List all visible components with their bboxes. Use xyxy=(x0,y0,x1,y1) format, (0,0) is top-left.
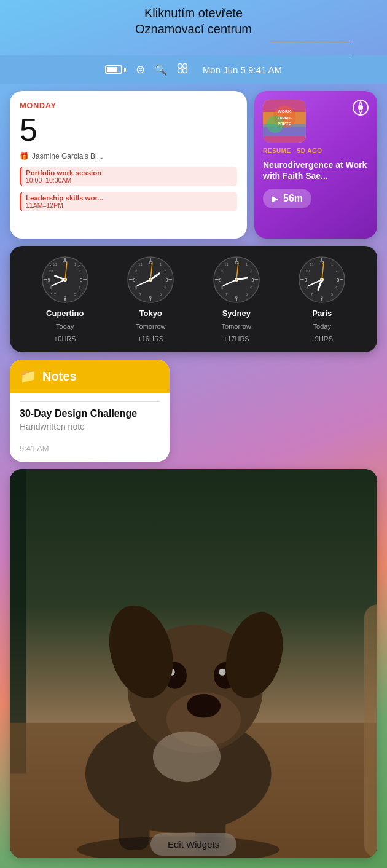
svg-text:5: 5 xyxy=(74,293,76,296)
clock-offset-tokyo: +16HRS xyxy=(138,335,163,342)
svg-text:8: 8 xyxy=(50,286,52,290)
svg-text:11: 11 xyxy=(310,262,314,266)
notes-note-title: 30-Day Design Challenge xyxy=(20,408,160,419)
clock-when-tokyo: Tomorrow xyxy=(136,323,165,330)
clock-face-paris: 12 3 6 9 1 2 4 5 7 8 10 11 xyxy=(298,256,346,304)
cal-event-1-title: Portfolio work session xyxy=(26,169,233,176)
svg-text:11: 11 xyxy=(53,262,57,266)
battery-body xyxy=(105,65,122,74)
calendar-widget[interactable]: MONDAY 5 🎁 Jasmine Garcia's Bi... Portfo… xyxy=(10,91,247,239)
svg-text:APPRO-: APPRO- xyxy=(277,116,291,120)
edit-widgets-button[interactable]: Edit Widgets xyxy=(150,833,237,856)
svg-text:6: 6 xyxy=(235,295,238,299)
clock-when-sydney: Tomorrow xyxy=(222,323,251,330)
battery-tip xyxy=(124,68,126,72)
svg-point-3 xyxy=(182,69,187,73)
clock-when-cupertino: Today xyxy=(56,323,74,330)
search-icon[interactable]: 🔍 xyxy=(155,64,167,76)
cal-date: 5 xyxy=(20,114,237,146)
clock-offset-cupertino: +0HRS xyxy=(54,335,76,342)
tooltip-text: Kliknutím otevřeteOznamovací centrum xyxy=(135,5,252,37)
svg-text:1: 1 xyxy=(331,262,333,266)
svg-text:9: 9 xyxy=(305,278,307,282)
svg-point-39 xyxy=(64,279,66,281)
wifi-icon: ⊜ xyxy=(136,63,145,76)
notes-widget[interactable]: 📁 Notes 30-Day Design Challenge Handwrit… xyxy=(10,360,170,462)
svg-text:7: 7 xyxy=(311,293,313,296)
cal-event-1-time: 10:00–10:30AM xyxy=(26,176,233,184)
clock-widget[interactable]: 12 3 6 9 1 2 4 5 7 8 10 11 xyxy=(10,246,377,352)
svg-text:9: 9 xyxy=(48,278,50,282)
podcast-artwork: WORK APPRO- PRIATE xyxy=(263,100,306,143)
cal-event-2-time: 11AM–12PM xyxy=(26,202,233,209)
podcast-play-button[interactable]: ▶ 56m xyxy=(263,189,311,208)
svg-text:10: 10 xyxy=(220,269,224,273)
play-duration: 56m xyxy=(283,193,303,204)
clock-city-paris: Paris xyxy=(312,309,332,318)
tooltip-line xyxy=(270,42,350,42)
notes-content: 30-Day Design Challenge Handwritten note… xyxy=(10,393,170,462)
svg-text:1: 1 xyxy=(160,262,162,266)
cal-event-2-title: Leadership skills wor... xyxy=(26,194,233,202)
content-area: MONDAY 5 🎁 Jasmine Garcia's Bi... Portfo… xyxy=(0,84,387,868)
control-center-icon[interactable] xyxy=(177,63,188,76)
battery-fill xyxy=(107,67,118,72)
svg-point-120 xyxy=(219,669,225,676)
clock-face-cupertino: 12 3 6 9 1 2 4 5 7 8 10 11 xyxy=(41,256,89,304)
svg-point-61 xyxy=(150,279,152,281)
svg-text:8: 8 xyxy=(221,286,223,290)
photo-widget xyxy=(10,469,377,858)
svg-rect-110 xyxy=(364,604,377,858)
svg-point-105 xyxy=(321,279,323,281)
menubar-icons: ⊜ 🔍 Mon Jun 5 9:41 AM xyxy=(105,63,282,76)
svg-text:2: 2 xyxy=(164,269,166,273)
svg-point-116 xyxy=(187,694,221,718)
svg-text:8: 8 xyxy=(307,286,308,290)
notes-subtitle: Handwritten note xyxy=(20,422,160,432)
svg-text:10: 10 xyxy=(135,269,139,273)
cal-birthday: 🎁 Jasmine Garcia's Bi... xyxy=(20,152,237,160)
play-icon: ▶ xyxy=(272,194,278,203)
notes-header: 📁 Notes xyxy=(10,360,170,393)
svg-text:5: 5 xyxy=(331,293,333,296)
svg-text:PRIATE: PRIATE xyxy=(278,122,291,125)
svg-text:7: 7 xyxy=(54,293,56,296)
svg-text:5: 5 xyxy=(160,293,162,296)
svg-text:8: 8 xyxy=(135,286,137,290)
svg-text:2: 2 xyxy=(335,269,337,273)
svg-text:3: 3 xyxy=(251,278,254,282)
svg-text:WORK: WORK xyxy=(278,109,291,114)
clock-city-tokyo: Tokyo xyxy=(139,309,162,318)
notes-title: Notes xyxy=(42,369,77,384)
svg-text:7: 7 xyxy=(225,293,227,296)
podcast-resume: RESUME · 5D AGO xyxy=(263,148,369,154)
clock-when-paris: Today xyxy=(313,323,331,330)
svg-text:11: 11 xyxy=(138,262,143,266)
podcast-widget[interactable]: WORK APPRO- PRIATE RESUME · 5D AGO Neuro… xyxy=(254,91,377,239)
cal-event-2: Leadership skills wor... 11AM–12PM xyxy=(20,192,237,211)
clock-paris: 12 3 6 9 1 2 4 5 7 8 10 11 Paris Today xyxy=(298,256,346,342)
tooltip-area: Kliknutím otevřeteOznamovací centrum xyxy=(0,0,387,58)
svg-text:3: 3 xyxy=(337,278,340,282)
podcast-title: Neurodivergence at Work with Faith Sae..… xyxy=(263,159,369,181)
cal-day-label: MONDAY xyxy=(20,101,237,110)
clock-offset-paris: +9HRS xyxy=(311,335,333,342)
svg-text:6: 6 xyxy=(64,295,66,299)
clock-city-cupertino: Cupertino xyxy=(46,309,84,318)
podcast-header: WORK APPRO- PRIATE xyxy=(263,100,369,143)
clock-offset-sydney: +17HRS xyxy=(224,335,249,342)
notes-time: 9:41 AM xyxy=(20,444,160,453)
svg-text:6: 6 xyxy=(321,295,323,299)
menubar-datetime: Mon Jun 5 9:41 AM xyxy=(203,65,282,75)
clock-cupertino: 12 3 6 9 1 2 4 5 7 8 10 11 xyxy=(41,256,89,342)
clock-face-sydney: 12 3 6 9 1 2 4 5 7 8 10 11 xyxy=(213,256,260,304)
svg-text:1: 1 xyxy=(74,262,76,266)
svg-point-2 xyxy=(178,69,182,73)
birthday-icon: 🎁 xyxy=(20,152,29,160)
battery-icon xyxy=(105,65,126,74)
clock-tokyo: 12 3 6 9 1 2 4 5 7 8 10 11 Tokyo Tomorr xyxy=(127,256,174,342)
cal-birthday-text: Jasmine Garcia's Bi... xyxy=(32,152,103,160)
notes-folder-icon: 📁 xyxy=(20,368,36,384)
svg-point-1 xyxy=(182,64,187,68)
svg-text:5: 5 xyxy=(246,293,248,296)
